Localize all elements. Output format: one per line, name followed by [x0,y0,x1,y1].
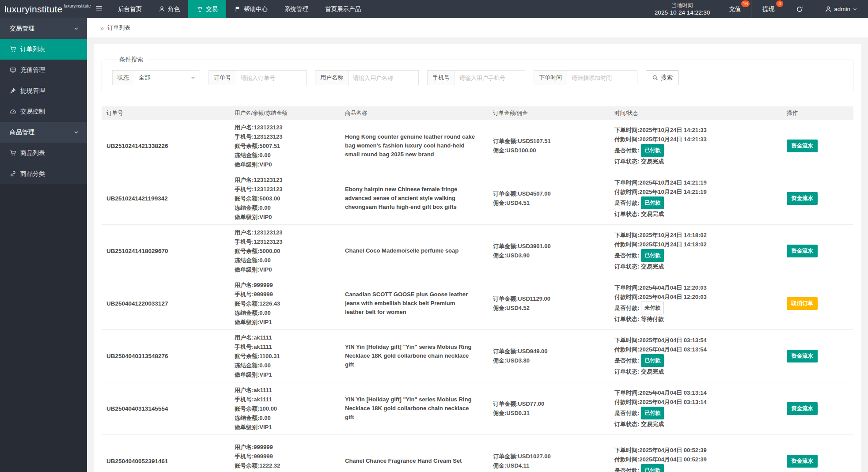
sidebar-group-label: 交易管理 [10,25,34,33]
nav-item-label: 后台首页 [118,5,142,13]
order-time-line: 下单时间:2025年04月04日 12:20:03 [614,283,782,292]
cart-icon [10,150,16,156]
user-name-line: 用户名:123123123 [235,175,340,185]
pay-time-line: 付款时间:2025年10月24日 14:21:19 [614,187,782,196]
funds-flow-button[interactable]: 资金流水 [787,402,818,415]
product-name: Chanel Chance Fragrance Hand Cream Set [345,457,488,465]
chevron-down-icon [853,7,857,11]
user-name-line: 用户名:999999 [235,280,340,290]
order-id: UB2510241418029670 [106,248,168,254]
user-vip-line: 做单级别:VIP0 [235,212,340,222]
sidebar: 交易管理 订单列表 充值管理 提现管理 交易控制 商品管理 商品列表 商品分类 [0,18,87,472]
funds-flow-button[interactable]: 资金流水 [787,245,818,257]
product-name: YIN Yin [Holiday gift] "Yin" series Mobi… [345,395,488,422]
user-phone-line: 手机号:999999 [235,452,340,461]
sidebar-item-product-category[interactable]: 商品分类 [0,163,87,184]
user-vip-line: 做单级别:VIP0 [235,160,340,169]
table-row: UB2510241421199342 用户名:123123123 手机号:123… [102,172,853,225]
payment-status-badge: 已付款 [641,196,664,209]
card-icon [10,67,16,73]
pay-time-line: 付款时间:2025年04月04日 12:20:03 [614,292,782,302]
sidebar-group-product-management[interactable]: 商品管理 [0,122,87,143]
user-vip-line: 做单级别:VIP1 [235,423,340,432]
funds-flow-button[interactable]: 资金流水 [787,192,818,205]
sidebar-toggle-button[interactable] [88,0,110,18]
product-name: Chanel Coco Mademoiselle perfume soap [345,246,488,255]
commission-line: 佣金:USD0.31 [493,408,610,418]
payment-status-badge: 已付款 [641,464,664,472]
sidebar-item-label: 商品分类 [20,170,45,178]
user-info: 用户名:123123123 手机号:123123123 账号余额:5003.00… [230,175,340,222]
order-id: UB2504041220033127 [106,300,168,307]
pay-question-label: 是否付款: [614,303,639,313]
phone-input[interactable] [455,70,525,85]
local-time-value: 2025-10-24 14:22:30 [655,9,710,17]
sidebar-item-product-list[interactable]: 商品列表 [0,143,87,163]
order-status-line: 订单状态: 交易完成 [614,209,782,219]
phone-label: 手机号 [427,70,455,85]
funds-flow-button[interactable]: 资金流水 [787,140,818,152]
user-info: 用户名:ak1111 手机号:ak1111 账号余额:100.00 冻结金额:0… [230,385,340,432]
user-frozen-line: 冻结金额:0.00 [235,361,340,370]
product-name: YIN Yin [Holiday gift] "Yin" series Mobi… [345,343,488,369]
order-no-input[interactable] [236,70,307,85]
withdraw-button[interactable]: 提现 4 [751,0,785,18]
user-frozen-line: 冻结金额:0.00 [235,308,340,317]
sidebar-group-trade-management[interactable]: 交易管理 [0,18,87,39]
col-action: 操作 [782,110,853,117]
sidebar-item-label: 商品列表 [20,149,45,157]
order-amount-line: 订单金额:USD4507.00 [493,189,610,198]
user-balance-line: 账号余额:5000.00 [235,246,340,256]
top-nav: 后台首页 角色 交易 帮助中心 系统管理 首页展示产品 [110,0,369,18]
sidebar-item-recharge-management[interactable]: 充值管理 [0,60,87,80]
cancel-order-button[interactable]: 取消订单 [787,297,818,310]
filter-order-time: 下单时间 [534,70,637,85]
user-balance-line: 账号余额:1226.43 [235,299,340,308]
status-select[interactable]: 全部 [134,70,200,85]
pay-time-line: 付款时间:2025年10月24日 14:18:02 [614,240,782,249]
user-name-line: 用户名:123123123 [235,228,340,237]
payment-status-badge: 未付款 [641,302,664,314]
sidebar-item-order-list[interactable]: 订单列表 [0,39,87,60]
nav-item-homepage-products[interactable]: 首页展示产品 [317,0,369,18]
recharge-button[interactable]: 充值 16 [718,0,751,18]
search-button[interactable]: 搜索 [646,70,679,85]
sidebar-item-label: 充值管理 [20,66,45,74]
user-name-input[interactable] [348,70,419,85]
nav-item-role[interactable]: 角色 [150,0,188,18]
refresh-button[interactable] [785,0,814,18]
payment-status-badge: 已付款 [641,407,664,419]
funds-flow-button[interactable]: 资金流水 [787,455,818,468]
user-balance-line: 账号余额:5007.51 [235,141,340,151]
col-user: 用户名/余额/冻结金额 [230,110,340,117]
order-time-input[interactable] [567,70,637,85]
user-vip-line: 做单级别:VIP0 [235,265,340,274]
sidebar-item-trade-control[interactable]: 交易控制 [0,101,87,122]
user-phone-line: 手机号:123123123 [235,132,340,141]
logo: luxuryinstitute luxuryinstitute [0,0,88,18]
chevron-down-icon [73,129,79,135]
pay-time-line: 付款时间:2025年10月24日 14:21:33 [614,135,782,144]
amount-info: 订单金额:USD1027.00 佣金:USD4.11 [488,452,610,470]
hamburger-icon [95,5,103,13]
person-icon [159,6,165,12]
order-id: UB2504040313145554 [106,405,168,412]
table-row: UB2504040313548276 用户名:ak1111 手机号:ak1111… [102,330,853,382]
pay-question-label: 是否付款: [614,198,639,208]
user-menu[interactable]: admin [814,0,868,18]
nav-item-help-center[interactable]: 帮助中心 [226,0,276,18]
status-label: 状态 [112,70,134,85]
user-balance-line: 账号余额:1222.32 [235,461,340,470]
funds-flow-button[interactable]: 资金流水 [787,350,818,362]
amount-info: 订单金额:USD5107.51 佣金:USD100.00 [488,136,610,155]
nav-item-trade[interactable]: 交易 [188,0,226,18]
scales-icon [197,6,203,12]
payment-status-badge: 已付款 [641,249,664,262]
nav-item-system-management[interactable]: 系统管理 [276,0,317,18]
nav-item-admin-home[interactable]: 后台首页 [110,0,150,18]
user-frozen-line: 冻结金额:0.00 [235,470,340,472]
user-info: 用户名:123123123 手机号:123123123 账号余额:5007.51… [230,123,340,169]
sidebar-item-withdraw-management[interactable]: 提现管理 [0,80,87,101]
search-panel-title: 条件搜索 [116,56,147,64]
commission-line: 佣金:USD3.80 [493,356,610,365]
